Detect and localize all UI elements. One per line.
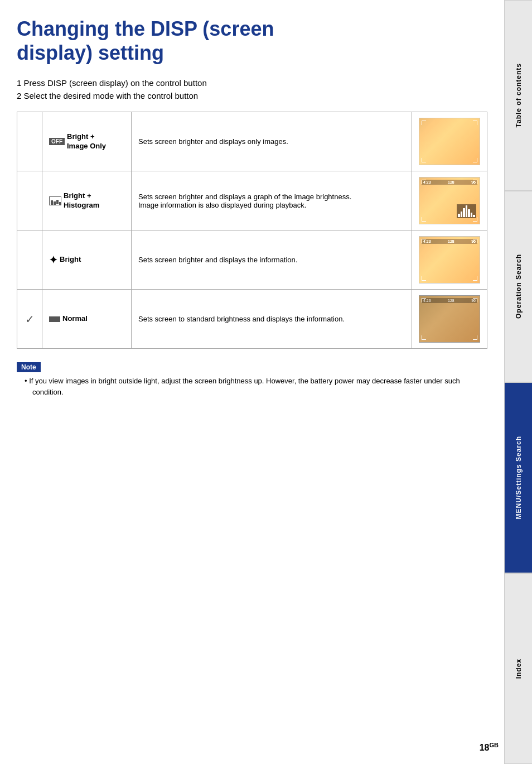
note-section: Note • If you view images in bright outs… [17,362,487,397]
steps-section: 1 Press DISP (screen display) on the con… [17,78,487,100]
preview-image: 4:23 128 96 [419,177,480,224]
preview-image [419,118,480,165]
row-selected-cell: ✓ [17,290,42,349]
description-cell: Sets screen brighter and displays the in… [132,230,412,290]
table-row: ✓ Normal Sets screen to standard brightn… [17,290,487,349]
note-text: • If you view images in bright outside l… [25,376,487,397]
mode-name: Bright [60,255,81,265]
right-sidebar: Table of contents Operation Search MENU/… [504,0,532,764]
cam-corner-overlay: 4:23 128 96 [420,179,478,223]
page-title: Changing the DISP (screen display) setti… [17,17,487,65]
description-cell: Sets screen brighter and displays a grap… [132,171,412,230]
table-row: Bright + Histogram Sets screen brighter … [17,171,487,230]
row-selected-cell [17,112,42,171]
mode-cell: Bright + Histogram [42,171,132,230]
cam-corner-overlay: 4:23 128 96 [420,238,478,282]
selected-checkmark: ✓ [25,313,35,325]
histogram-overlay [457,204,476,218]
preview-cell: 4:23 128 96 [412,171,487,230]
mode-icon-sun: ✦ [49,254,57,266]
cam-corner-overlay [420,119,478,164]
settings-table: OFF Bright + Image Only Sets screen brig… [17,112,487,349]
sidebar-tab-index[interactable]: Index [504,573,532,764]
mode-name: Bright + Histogram [64,191,99,210]
preview-cell: 4:23 128 96 [412,230,487,290]
preview-cell [412,112,487,171]
row-selected-cell [17,171,42,230]
sidebar-tab-operation-search[interactable]: Operation Search [504,191,532,382]
sidebar-tab-table-of-contents[interactable]: Table of contents [504,0,532,191]
info-bar-bright: 4:23 128 96 [422,239,477,244]
mode-name: Normal [62,314,88,324]
description-cell: Sets screen brighter and displays only i… [132,112,412,171]
description-cell: Sets screen to standard brightness and d… [132,290,412,349]
main-content: Changing the DISP (screen display) setti… [0,0,504,414]
page-number: 18GB [480,742,499,753]
sidebar-tab-menu-settings[interactable]: MENU/Settings Search [504,382,532,573]
table-row: OFF Bright + Image Only Sets screen brig… [17,112,487,171]
mode-icon-dash [49,316,60,322]
preview-image: 4:23 128 96 [419,236,480,284]
mode-cell: Normal [42,290,132,349]
info-bar-normal: 4:23 128 96 [422,298,477,303]
step-2: 2 Select the desired mode with the contr… [17,91,487,100]
step-1: 1 Press DISP (screen display) on the con… [17,78,487,88]
mode-cell: ✦ Bright [42,230,132,290]
mode-icon-histogram [49,196,61,205]
row-selected-cell [17,230,42,290]
cam-corner-overlay: 4:23 128 96 [420,297,478,341]
preview-image: 4:23 128 96 [419,295,480,343]
table-row: ✦ Bright Sets screen brighter and displa… [17,230,487,290]
mode-name: Bright + Image Only [67,132,106,151]
note-label: Note [17,362,41,372]
mode-cell: OFF Bright + Image Only [42,112,132,171]
preview-cell: 4:23 128 96 [412,290,487,349]
info-bar: 4:23 128 96 [422,180,477,185]
mode-icon-off: OFF [49,138,65,145]
